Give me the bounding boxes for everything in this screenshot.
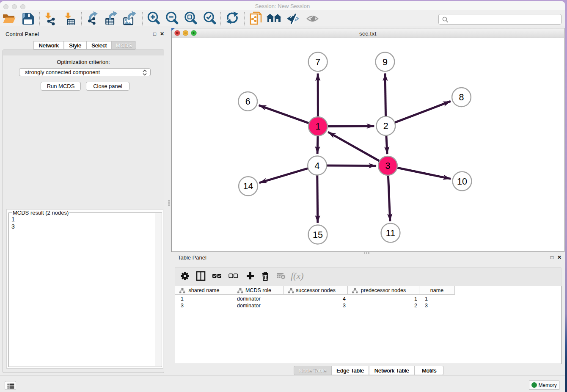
svg-text:f(x): f(x)	[291, 271, 304, 281]
svg-text:3: 3	[385, 161, 390, 171]
svg-text:14: 14	[243, 181, 253, 191]
svg-text:4: 4	[314, 160, 319, 171]
svg-text:10: 10	[457, 176, 467, 186]
svg-text:8: 8	[459, 92, 464, 102]
svg-text:6: 6	[245, 96, 250, 106]
svg-text:11: 11	[385, 228, 395, 238]
svg-text:2: 2	[383, 121, 388, 131]
svg-text:15: 15	[313, 229, 323, 240]
svg-text:1: 1	[315, 121, 320, 132]
svg-text:7: 7	[315, 57, 320, 67]
svg-text:9: 9	[382, 57, 387, 67]
